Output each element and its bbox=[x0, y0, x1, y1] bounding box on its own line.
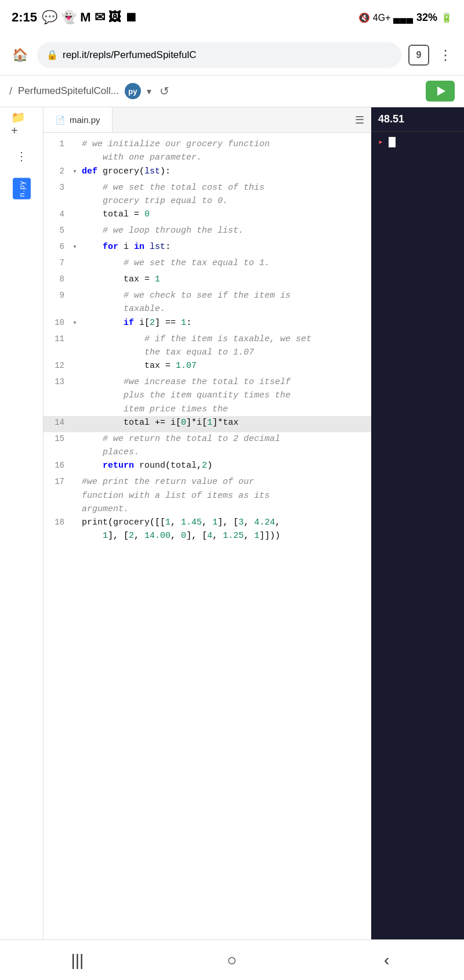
line-num-5: 5 bbox=[44, 224, 72, 237]
battery-display: 32% bbox=[416, 12, 437, 24]
line-arrow-9 bbox=[72, 289, 82, 290]
line-arrow-1 bbox=[72, 138, 82, 139]
nav-back-icon: ‹ bbox=[384, 951, 389, 970]
line-arrow-13 bbox=[72, 375, 82, 377]
breadcrumb-separator: / bbox=[9, 85, 12, 97]
status-icons: 💬 👻 M ✉ 🖼 ⏹ bbox=[42, 10, 137, 25]
line-arrow-12 bbox=[72, 359, 82, 360]
console-body: ▸ bbox=[371, 132, 464, 152]
line-arrow-4 bbox=[72, 208, 82, 209]
nav-menu-button[interactable]: ||| bbox=[60, 943, 95, 978]
battery-icon: 🔋 bbox=[441, 12, 452, 23]
lock-icon: 🔒 bbox=[46, 49, 58, 60]
right-panel: 48.51 ▸ bbox=[371, 107, 464, 939]
code-line-17: 17 #we print the return value of our fun… bbox=[44, 475, 371, 516]
tab-label: main.py bbox=[70, 115, 100, 125]
code-line-6: 6 ▾ for i in lst: bbox=[44, 240, 371, 256]
editor-wrapper: 📁+ ⋮ n.py 📄 main.py ☰ 1 # we initialize … bbox=[0, 107, 464, 939]
line-arrow-10: ▾ bbox=[72, 316, 82, 329]
line-content-18: print(grocery([[1, 1.45, 1], [3, 4.24, 1… bbox=[82, 516, 371, 543]
code-line-3: 3 # we set the total cost of this grocer… bbox=[44, 181, 371, 208]
sidebar-files-icon[interactable]: 📁+ bbox=[11, 113, 32, 134]
tab-main-py[interactable]: 📄 main.py bbox=[44, 107, 113, 132]
status-right-area: 🔇 4G+ ▄▄▄ 32% 🔋 bbox=[358, 12, 452, 24]
tab-count-button[interactable]: 9 bbox=[408, 45, 429, 66]
line-arrow-18 bbox=[72, 516, 82, 517]
line-content-12: tax = 1.07 bbox=[82, 359, 371, 373]
line-num-6: 6 bbox=[44, 240, 72, 254]
status-bar: 2:15 💬 👻 M ✉ 🖼 ⏹ 🔇 4G+ ▄▄▄ 32% 🔋 bbox=[0, 0, 464, 35]
home-button[interactable]: 🏠 bbox=[9, 45, 30, 66]
breadcrumb-text: PerfumedSpitefulColl... bbox=[18, 85, 119, 97]
line-num-2: 2 bbox=[44, 165, 72, 178]
code-line-10: 10 ▾ if i[2] == 1: bbox=[44, 316, 371, 332]
line-content-11: # if the item is taxable, we set the tax… bbox=[82, 332, 371, 360]
more-menu-button[interactable]: ⋮ bbox=[436, 47, 455, 63]
line-num-18: 18 bbox=[44, 516, 72, 529]
code-line-18: 18 print(grocery([[1, 1.45, 1], [3, 4.24… bbox=[44, 516, 371, 543]
line-content-1: # we initialize our grocery function wit… bbox=[82, 138, 371, 165]
line-arrow-8 bbox=[72, 273, 82, 274]
code-line-5: 5 # we loop through the list. bbox=[44, 224, 371, 240]
line-content-15: # we return the total to 2 decimal place… bbox=[82, 432, 371, 460]
console-cursor bbox=[389, 137, 396, 147]
line-content-16: return round(total,2) bbox=[82, 459, 371, 472]
line-content-6: for i in lst: bbox=[82, 240, 371, 254]
nav-menu-icon: ||| bbox=[71, 951, 84, 970]
python-icon: py bbox=[125, 83, 141, 99]
line-content-10: if i[2] == 1: bbox=[82, 316, 371, 330]
line-num-13: 13 bbox=[44, 375, 72, 389]
nav-home-icon: ○ bbox=[227, 951, 237, 970]
run-triangle-icon bbox=[437, 86, 445, 96]
code-line-8: 8 tax = 1 bbox=[44, 273, 371, 289]
dropdown-arrow-icon[interactable]: ▾ bbox=[147, 86, 151, 97]
url-bar[interactable]: 🔒 repl.it/repls/PerfumedSpitefulC bbox=[37, 42, 401, 68]
code-line-2: 2 ▾ def grocery(lst): bbox=[44, 165, 371, 181]
line-content-8: tax = 1 bbox=[82, 273, 371, 286]
code-line-4: 4 total = 0 bbox=[44, 208, 371, 224]
line-num-12: 12 bbox=[44, 359, 72, 373]
code-area[interactable]: 1 # we initialize our grocery function w… bbox=[44, 133, 371, 548]
line-arrow-6: ▾ bbox=[72, 240, 82, 253]
line-num-16: 16 bbox=[44, 459, 72, 472]
code-line-14: 14 total += i[0]*i[1]*tax bbox=[44, 416, 371, 432]
code-line-11: 11 # if the item is taxable, we set the … bbox=[44, 332, 371, 360]
nav-back-button[interactable]: ‹ bbox=[369, 943, 404, 978]
line-num-17: 17 bbox=[44, 475, 72, 489]
line-num-14: 14 bbox=[44, 416, 72, 429]
line-content-9: # we check to see if the item is taxable… bbox=[82, 289, 371, 316]
left-sidebar: 📁+ ⋮ n.py bbox=[0, 107, 44, 939]
line-num-8: 8 bbox=[44, 273, 72, 286]
code-line-12: 12 tax = 1.07 bbox=[44, 359, 371, 375]
line-content-2: def grocery(lst): bbox=[82, 165, 371, 178]
run-button[interactable] bbox=[426, 81, 455, 102]
tab-menu-icon[interactable]: ☰ bbox=[348, 114, 371, 126]
sidebar-file-label[interactable]: n.py bbox=[13, 178, 31, 200]
line-content-7: # we set the tax equal to 1. bbox=[82, 256, 371, 270]
line-num-7: 7 bbox=[44, 256, 72, 270]
refresh-button[interactable]: ↺ bbox=[160, 84, 169, 98]
sidebar-more-icon[interactable]: ⋮ bbox=[11, 146, 32, 167]
line-arrow-16 bbox=[72, 459, 82, 460]
line-num-11: 11 bbox=[44, 332, 72, 346]
line-content-13: #we increase the total to itself plus th… bbox=[82, 375, 371, 416]
line-arrow-17 bbox=[72, 475, 82, 476]
line-content-14: total += i[0]*i[1]*tax bbox=[82, 416, 371, 429]
code-line-16: 16 return round(total,2) bbox=[44, 459, 371, 475]
line-content-5: # we loop through the list. bbox=[82, 224, 371, 237]
line-content-3: # we set the total cost of this grocery … bbox=[82, 181, 371, 208]
line-arrow-15 bbox=[72, 432, 82, 433]
line-arrow-5 bbox=[72, 224, 82, 225]
tab-count-label: 9 bbox=[416, 50, 422, 60]
tab-bar: 📄 main.py ☰ bbox=[44, 107, 371, 133]
line-content-17: #we print the return value of our functi… bbox=[82, 475, 371, 516]
repl-header: / PerfumedSpitefulColl... py ▾ ↺ bbox=[0, 75, 464, 107]
signal-icon: 🔇 4G+ ▄▄▄ bbox=[358, 12, 413, 23]
line-num-15: 15 bbox=[44, 432, 72, 446]
line-num-9: 9 bbox=[44, 289, 72, 302]
nav-home-button[interactable]: ○ bbox=[215, 943, 249, 978]
line-num-3: 3 bbox=[44, 181, 72, 194]
file-icon: 📄 bbox=[55, 115, 65, 125]
code-line-7: 7 # we set the tax equal to 1. bbox=[44, 256, 371, 273]
console-output-value: 48.51 bbox=[371, 107, 464, 132]
